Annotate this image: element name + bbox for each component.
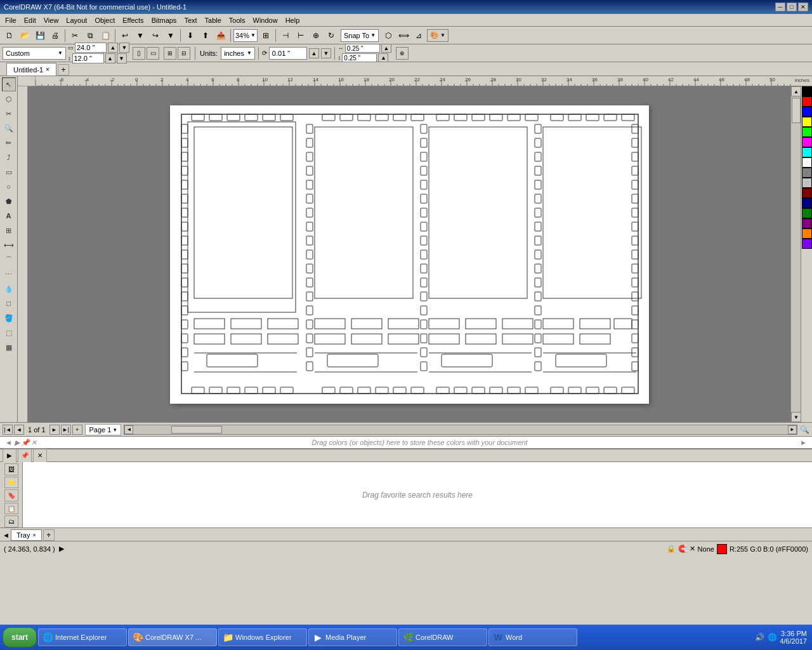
play-icon[interactable]: ▶ (15, 439, 20, 447)
page-tool1[interactable]: ⊞ (164, 47, 176, 60)
nudge-input[interactable]: 0.01 " (269, 47, 307, 60)
page-height-down[interactable]: ▼ (117, 53, 127, 63)
taskbar-corel2[interactable]: 🌿 CorelDRAW (398, 628, 487, 646)
fill-tool[interactable]: 🪣 (2, 311, 16, 325)
color-magenta[interactable] (802, 137, 812, 147)
smart-draw-tool[interactable]: ⤴ (2, 150, 16, 164)
snap-options2[interactable]: ⟺ (396, 29, 410, 43)
close-button[interactable]: ✕ (798, 3, 808, 11)
drag-bar-right-arrow[interactable]: ► (800, 439, 807, 446)
start-button[interactable]: start (3, 627, 37, 647)
tray-close-button[interactable]: ✕ (33, 449, 47, 463)
zoom-status-icon[interactable]: 🔍 (800, 425, 809, 434)
menu-tools[interactable]: Tools (225, 15, 249, 25)
tray-icon2[interactable]: ⭐ (4, 477, 18, 489)
color-white[interactable] (802, 157, 812, 168)
smart-fill-tool[interactable]: ⬚ (2, 326, 16, 340)
taskbar-coreldraw[interactable]: 🎨 CorelDRAW X7 ... (128, 628, 217, 646)
tray-tab[interactable]: Tray × (11, 529, 42, 541)
zoom-tool[interactable]: 🔍 (2, 121, 16, 135)
page-settings-button[interactable]: ⊕ (396, 47, 409, 60)
color-red[interactable] (802, 96, 812, 107)
freehand-tool[interactable]: ✏ (2, 136, 16, 150)
tray-icon5[interactable]: 🗂 (4, 515, 18, 527)
menu-edit[interactable]: Edit (20, 15, 40, 25)
undo-button[interactable]: ↩ (118, 29, 132, 43)
canvas-scroll[interactable] (28, 86, 790, 422)
color-darkgreen[interactable] (802, 208, 812, 218)
eyedropper-tool[interactable]: 💧 (2, 282, 16, 296)
crop-tool[interactable]: ✂ (2, 107, 16, 121)
drag-bar-left-arrow[interactable]: ◄ (5, 439, 12, 446)
tray-icon1[interactable]: 🖼 (4, 463, 18, 475)
snap-options3[interactable]: ⊿ (412, 29, 426, 43)
menu-layout[interactable]: Layout (62, 15, 91, 25)
menu-table[interactable]: Table (201, 15, 225, 25)
taskbar-ie[interactable]: 🌐 Internet Explorer (38, 628, 127, 646)
snap-left[interactable]: ⊣ (278, 29, 292, 43)
menu-view[interactable]: View (40, 15, 63, 25)
menu-text[interactable]: Text (180, 15, 200, 25)
scroll-left-button[interactable]: ◄ (124, 425, 133, 434)
redo-dropdown[interactable]: ▼ (164, 29, 178, 43)
color-yellow[interactable] (802, 117, 812, 127)
rectangle-tool[interactable]: ▭ (2, 165, 16, 179)
snap-options1[interactable]: ⬡ (381, 29, 395, 43)
page-tool2[interactable]: ⊟ (178, 47, 190, 60)
prev-page-button[interactable]: ◄ (14, 425, 24, 435)
snap-to-dropdown[interactable]: Snap To ▼ (341, 29, 379, 42)
open-button[interactable]: 📂 (18, 29, 32, 43)
tray-play-button[interactable]: ▶ (3, 449, 16, 463)
last-page-button[interactable]: ►| (61, 425, 71, 435)
page-height-up[interactable]: ▲ (105, 53, 115, 63)
first-page-button[interactable]: |◄ (3, 425, 13, 435)
nudge-up[interactable]: ▲ (309, 48, 319, 58)
page-width-up[interactable]: ▲ (108, 43, 118, 53)
tray-left-scroll[interactable]: ◄ (3, 531, 10, 539)
connector-tool[interactable]: ⌒ (2, 253, 16, 267)
polygon-tool[interactable]: ⬟ (2, 194, 16, 208)
outline-tool[interactable]: □ (2, 296, 16, 310)
coord-arrow[interactable]: ▶ (59, 545, 64, 553)
scroll-track[interactable] (791, 96, 801, 412)
taskbar-media[interactable]: ▶ Media Player (308, 628, 397, 646)
portrait-button[interactable]: ▯ (133, 47, 145, 60)
tray-pin-button[interactable]: 📌 (18, 449, 32, 463)
network-icon[interactable]: 🌐 (767, 632, 777, 642)
pin-icon[interactable]: 📌 (21, 439, 30, 447)
scroll-thumb[interactable] (792, 98, 801, 123)
menu-effects[interactable]: Effects (119, 15, 147, 25)
maximize-button[interactable]: □ (787, 3, 797, 11)
publish-button[interactable]: 📤 (214, 29, 228, 43)
color-gray[interactable] (802, 168, 812, 178)
taskbar-explorer[interactable]: 📁 Windows Explorer (218, 628, 307, 646)
tray-icon3[interactable]: 🔖 (4, 489, 18, 501)
menu-object[interactable]: Object (91, 15, 119, 25)
cut-button[interactable]: ✂ (68, 29, 82, 43)
redo-button[interactable]: ↪ (148, 29, 162, 43)
paste-button[interactable]: 📋 (98, 29, 112, 43)
horizontal-scrollbar[interactable]: ◄ ► (124, 425, 797, 435)
color-violet[interactable] (802, 239, 812, 249)
tray-icon4[interactable]: 📋 (4, 503, 18, 515)
minimize-button[interactable]: ─ (775, 3, 785, 11)
nudge-y-up[interactable]: ▲ (378, 53, 388, 62)
text-tool[interactable]: A (2, 209, 16, 223)
scroll-right-button[interactable]: ► (788, 425, 797, 434)
copy-button[interactable]: ⧉ (83, 29, 97, 43)
color-green[interactable] (802, 127, 812, 137)
import-button[interactable]: ⬇ (183, 29, 197, 43)
landscape-button[interactable]: ▭ (147, 47, 159, 60)
menu-window[interactable]: Window (249, 15, 282, 25)
color-purple[interactable] (802, 218, 812, 229)
nudge-x-up[interactable]: ▲ (381, 44, 391, 53)
tray-tab-close[interactable]: × (32, 532, 36, 538)
add-page-button[interactable]: + (72, 425, 82, 435)
parallel-dim-tool[interactable]: ⟷ (2, 238, 16, 252)
pick-tool[interactable]: ↖ (2, 77, 16, 91)
scroll-down-button[interactable]: ▼ (791, 412, 801, 422)
menu-file[interactable]: File (1, 15, 20, 25)
new-tab-button[interactable]: + (58, 64, 69, 76)
tab-close-button[interactable]: × (46, 66, 49, 73)
close-tray-icon[interactable]: ✕ (31, 439, 37, 447)
